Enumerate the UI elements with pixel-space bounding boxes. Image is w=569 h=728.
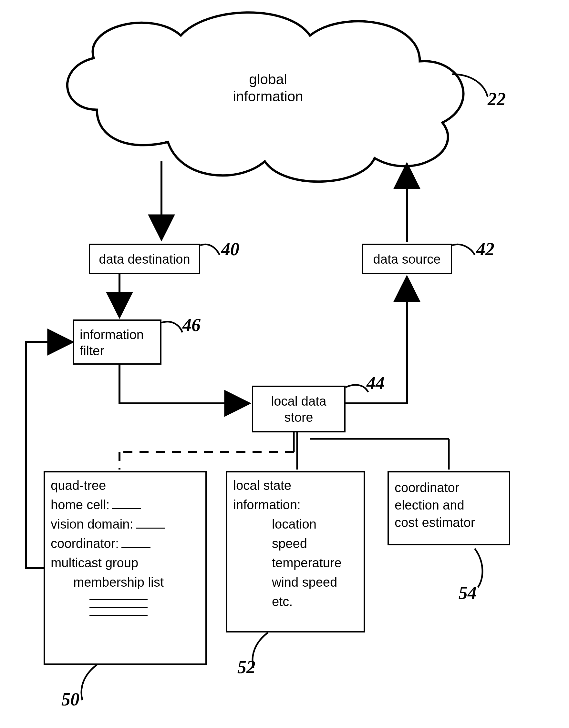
info-filter-line2: filter xyxy=(80,344,104,358)
blank-line xyxy=(121,547,150,548)
ce-l1: coordinator xyxy=(395,480,459,495)
data-destination-box: data destination xyxy=(89,244,200,274)
ls-l2: information: xyxy=(233,498,301,512)
cloud-line1: global xyxy=(249,71,287,87)
ref-44: 44 xyxy=(367,373,385,393)
ref-40: 40 xyxy=(221,239,239,259)
lds-line2: store xyxy=(284,410,313,424)
quad-tree-box: quad-tree home cell: vision domain: coor… xyxy=(44,471,207,665)
ls-l4: speed xyxy=(272,536,307,551)
data-destination-label: data destination xyxy=(99,251,190,267)
list-line xyxy=(89,615,147,616)
ls-l7: etc. xyxy=(272,594,293,609)
data-source-box: data source xyxy=(362,244,452,274)
local-data-store-box: local data store xyxy=(252,386,346,432)
ls-l3: location xyxy=(272,517,317,531)
ls-l5: temperature xyxy=(272,556,342,570)
qt-l3: vision domain: xyxy=(51,517,133,531)
data-source-label: data source xyxy=(373,251,441,267)
qt-l2: home cell: xyxy=(51,498,109,512)
cloud-line2: information xyxy=(233,88,303,104)
diagram-canvas: global information 22 data destination 4… xyxy=(0,0,569,728)
ref-42: 42 xyxy=(476,239,494,259)
list-line xyxy=(89,599,147,600)
info-filter-line1: information xyxy=(80,328,144,342)
ce-l3: cost estimator xyxy=(395,515,475,530)
ref-46: 46 xyxy=(182,315,200,335)
ref-52: 52 xyxy=(237,657,255,677)
blank-line xyxy=(112,508,141,509)
qt-l4: coordinator: xyxy=(51,536,119,551)
ce-l2: election and xyxy=(395,498,464,512)
ref-22: 22 xyxy=(488,89,506,109)
coordinator-box: coordinator election and cost estimator xyxy=(388,471,510,545)
ref-50: 50 xyxy=(61,689,79,710)
ls-l6: wind speed xyxy=(272,575,337,589)
cloud-label: global information xyxy=(213,71,323,105)
list-line xyxy=(89,607,147,608)
qt-l1: quad-tree xyxy=(51,478,106,492)
local-state-box: local state information: location speed … xyxy=(226,471,365,632)
blank-line xyxy=(136,528,165,529)
information-filter-box: information filter xyxy=(73,319,161,365)
lds-line1: local data xyxy=(271,394,326,408)
ls-l1: local state xyxy=(233,478,291,492)
ref-54: 54 xyxy=(459,582,477,603)
qt-l6: membership list xyxy=(73,575,164,589)
qt-l5: multicast group xyxy=(51,556,138,570)
